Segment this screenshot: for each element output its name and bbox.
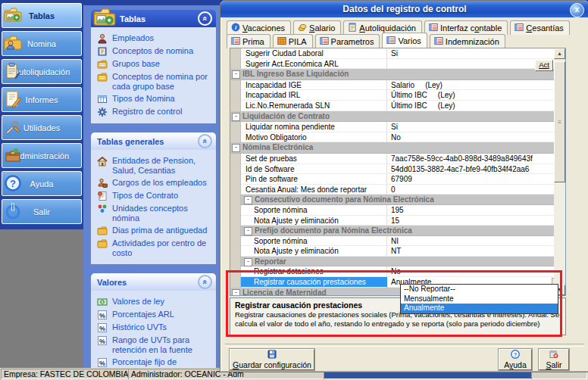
act-button[interactable]: Act: [535, 60, 553, 71]
value-text: NI: [391, 237, 399, 245]
dropdown-option-no-reportar[interactable]: --No Reportar--: [401, 285, 558, 294]
nav-item-rango-de-uvts-para-retencion-en-la-fuente[interactable]: %Rango de UVTs para retención en la fuen…: [97, 334, 213, 356]
tab-prima[interactable]: Prima: [227, 34, 271, 48]
grid-row-soporte-nomina[interactable]: Soporte nóminaNI: [230, 236, 565, 247]
row-value[interactable]: 7aac758e-59cc-4ab0-898d-3489a849643f: [387, 154, 565, 164]
grid-section-nomina-electronica[interactable]: -Nómina Electrónica: [230, 142, 565, 154]
grid-row-sugerir-act-economica-arl[interactable]: Sugerir Act.Económica ARL: [230, 59, 565, 70]
grid-row-soporte-nomina[interactable]: Soporte nómina195: [230, 205, 565, 216]
scrollbar-thumb[interactable]: ≡: [554, 61, 565, 182]
nav-item-actividades-por-centro-de-costo[interactable]: Actividades por centro de costo: [97, 237, 213, 259]
grid-row-set-de-pruebas[interactable]: Set de pruebas7aac758e-59cc-4ab0-898d-34…: [230, 154, 565, 164]
grid-row-id-de-software[interactable]: Id de Software54dd0135-3882-4ac7-bfe9-40…: [230, 164, 565, 175]
grid-scrollbar[interactable]: ▲ ≡ ▼: [554, 48, 565, 295]
sidebar-button-administracion[interactable]: Administración: [2, 143, 82, 168]
grid-row-nota-ajuste-y-eliminacion[interactable]: Nota Ajuste y eliminaciónNT: [230, 246, 565, 257]
tab-salario[interactable]: Salario: [293, 20, 341, 35]
dropdown-option-mensualmente[interactable]: Mensualmente: [401, 294, 558, 304]
chevron-up-icon[interactable]: «: [198, 11, 212, 26]
nav-item-cargos-de-los-empleados[interactable]: Cargos de los empleados: [97, 176, 213, 189]
nav-item-grupos-base[interactable]: Grupos base: [97, 58, 213, 70]
row-value[interactable]: NT: [387, 246, 565, 257]
chevron-up-icon[interactable]: «: [198, 134, 212, 148]
grid-section-liquidacion-de-contrato[interactable]: -Liquidación de Contrato: [230, 111, 565, 123]
row-value[interactable]: NI: [387, 236, 565, 247]
nav-item-historico-uvts[interactable]: %Histórico UVTs: [97, 321, 213, 334]
grid-section-consecutivo-documento-para-nomina-electronica[interactable]: -Consecutivo documento para Nómina Elect…: [230, 195, 565, 205]
nav-item-valores-de-ley[interactable]: $Valores de ley: [97, 295, 213, 308]
scroll-up-icon[interactable]: ▲: [554, 48, 565, 59]
row-value[interactable]: Si: [387, 122, 565, 132]
sidebar-button-utilidades[interactable]: Utilidades: [2, 115, 82, 140]
save-configuration-button[interactable]: Guardar configuración: [230, 349, 314, 370]
nav-item-tipos-de-contrato[interactable]: Tipos de Contrato: [97, 189, 213, 202]
sidebar-button-informes[interactable]: Informes: [2, 87, 82, 112]
tab-cesantias[interactable]: Cesantías: [510, 20, 570, 35]
nav-group-header-valores[interactable]: Valores«: [91, 273, 216, 291]
grid-row-lic-no-remunerada-sln[interactable]: Lic.No.Remunerada SLNÚltimo IBC(Ley): [230, 101, 565, 111]
nav-item-conceptos-de-nomina[interactable]: Conceptos de nomina: [97, 45, 213, 58]
row-value[interactable]: Salario(Ley): [387, 80, 565, 91]
dropdown-list[interactable]: --No Reportar--MensualmenteAnualmente: [400, 284, 558, 314]
nav-group-header-tablas-generales[interactable]: Tablas generales«: [91, 132, 216, 150]
row-value[interactable]: Si: [387, 48, 565, 59]
tab-parametros[interactable]: Parametros: [315, 34, 380, 48]
grid-row-motivo-obligatorio[interactable]: Motivo ObligatorioNo: [230, 132, 565, 143]
grid-row-cesantia-anual-mes-donde-reportar[interactable]: Cesantia Anual: Mes donde reportar0: [230, 185, 565, 195]
nav-item-dias-prima-de-antiguedad[interactable]: Dias prima de antiguedad: [97, 224, 213, 237]
tab-vacaciones[interactable]: iVacaciones: [227, 20, 291, 35]
row-value[interactable]: 67909: [387, 174, 565, 185]
settings-grid[interactable]: Sugerir Ciudad LaboralSiSugerir Act.Econ…: [230, 48, 566, 296]
nav-item-empleados[interactable]: Empleados: [97, 32, 213, 45]
row-value[interactable]: Último IBC(Ley): [387, 101, 565, 111]
nav-item-porcentajes-arl[interactable]: %Porcentajes ARL: [97, 308, 213, 321]
nav-group-header-tablas[interactable]: Tablas«: [91, 10, 216, 27]
grid-row-incapacidad-ige[interactable]: Incapacidad IGESalario(Ley): [230, 80, 565, 91]
sidebar-button-tablas[interactable]: Tablas: [2, 3, 82, 28]
sidebar-button-nomina[interactable]: Nomina: [2, 31, 82, 56]
collapse-icon[interactable]: -: [232, 70, 240, 79]
row-value[interactable]: 195: [387, 205, 565, 216]
chevron-up-icon[interactable]: «: [198, 275, 212, 289]
sidebar-button-salir[interactable]: Salir: [2, 199, 82, 224]
collapse-icon[interactable]: -: [244, 196, 252, 204]
grid-section-ibl-ingreso-base-liquidacion[interactable]: -IBL Ingreso Base Liquidación: [230, 69, 565, 80]
dropdown-option-anualmente[interactable]: Anualmente: [401, 304, 558, 313]
nav-item-unidades-conceptos-nomina[interactable]: Unidades conceptos nómina: [97, 202, 213, 224]
tab-indemnizacion[interactable]: Indemnización: [430, 34, 505, 48]
grid-section-reportar[interactable]: -Reportar: [230, 257, 565, 267]
grid-row-registrar-dotaciones[interactable]: Registrar dotacionesNo: [230, 266, 565, 277]
row-value[interactable]: 0: [387, 185, 565, 195]
close-icon[interactable]: x: [570, 3, 584, 17]
grid-row-pin-de-software[interactable]: Pin de software67909: [230, 174, 565, 185]
grid-row-nota-ajuste-y-eliminacion[interactable]: Nota Ajuste y eliminación15: [230, 216, 565, 226]
nav-item-label: Histórico UVTs: [112, 322, 167, 332]
collapse-icon[interactable]: -: [244, 258, 252, 266]
row-value[interactable]: Último IBC(Ley): [387, 90, 565, 101]
exit-button[interactable]: Salir: [539, 349, 569, 370]
collapse-icon[interactable]: -: [232, 113, 240, 121]
grid-row-sugerir-ciudad-laboral[interactable]: Sugerir Ciudad LaboralSi: [230, 48, 565, 59]
row-value[interactable]: No: [387, 132, 565, 143]
tab-varios[interactable]: Varios: [382, 33, 427, 48]
collapse-icon[interactable]: -: [232, 144, 240, 152]
row-label: Soporte nómina: [241, 236, 387, 247]
collapse-icon[interactable]: -: [232, 289, 240, 296]
tab-pila[interactable]: PILA: [273, 34, 313, 48]
grid-section-prefijo-documento-para-nomina-electronica[interactable]: -Prefijo documento para Nómina Electróni…: [230, 226, 565, 236]
grid-row-incapacidad-irl[interactable]: Incapacidad IRLÚltimo IBC(Ley): [230, 90, 565, 101]
collapse-icon[interactable]: -: [244, 227, 252, 235]
nav-item-registro-de-control[interactable]: Registro de control: [97, 105, 213, 118]
row-value[interactable]: 15: [387, 216, 565, 226]
row-value[interactable]: 54dd0135-3882-4ac7-bfe9-40fb34f42aa6: [387, 164, 565, 175]
nav-item-tipos-de-nomina[interactable]: Tipos de Nomina: [97, 92, 213, 105]
sidebar-button-ayuda[interactable]: ?Ayuda: [2, 171, 82, 196]
grid-row-liquidar-nomina-pendiente[interactable]: Liquidar nomina pendienteSi: [230, 122, 565, 132]
row-label: Pin de software: [241, 174, 387, 185]
nav-item-conceptos-de-nomina-por-cada-grupo-base[interactable]: Conceptos de nomina por cada grupo base: [97, 70, 213, 92]
nav-item-entidades-de-pension-salud-cesantias[interactable]: Entidades de Pension, Salud, Cesantias: [97, 154, 213, 176]
help-button[interactable]: ?Ayuda: [499, 349, 532, 370]
tab-interfaz-contable[interactable]: Interfaz contable: [424, 20, 508, 35]
sidebar-button-autoliquidacion[interactable]: Autoliquidación: [2, 59, 82, 84]
row-value[interactable]: No: [387, 266, 565, 277]
